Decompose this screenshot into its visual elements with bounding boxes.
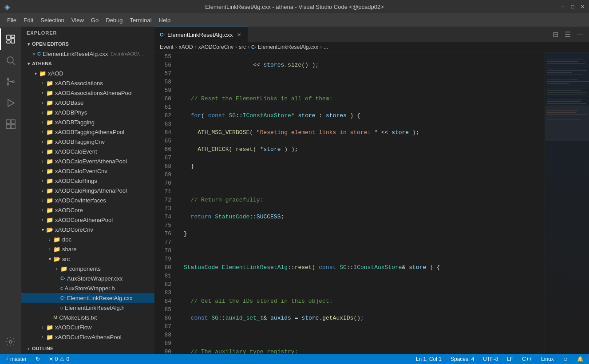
line-num: 67: [158, 154, 171, 162]
encoding-status[interactable]: UTF-8: [481, 354, 500, 364]
doc-folder[interactable]: › 📁 doc: [21, 234, 154, 244]
sidebar-scroll[interactable]: ▾ OPEN EDITORS ✕ C ElementLinkResetAlg.c…: [21, 39, 154, 354]
svg-rect-17: [547, 61, 578, 62]
breadcrumb-symbol[interactable]: ...: [324, 44, 328, 50]
bell-status[interactable]: 🔔: [575, 354, 585, 364]
language-status[interactable]: C++: [520, 354, 534, 364]
svg-rect-33: [547, 97, 576, 97]
menu-file[interactable]: File: [4, 15, 20, 25]
xaod-core-folder[interactable]: › 📁 xAODCore: [21, 205, 154, 215]
folder-label: xAODBase: [55, 99, 83, 106]
breadcrumb-filename[interactable]: ElementLinkResetAlg.cxx: [258, 44, 318, 50]
breadcrumb-event[interactable]: Event: [160, 44, 174, 50]
xaod-btagging-cnv-folder[interactable]: › 📁 xAODBTaggingCnv: [21, 137, 154, 146]
folder-icon: 📁: [46, 99, 53, 106]
split-editor-button[interactable]: ⊟: [550, 29, 561, 40]
xaod-cut-flow-folder[interactable]: › 📁 xAODCutFlow: [21, 322, 154, 332]
xaod-core-cnv-folder[interactable]: ▾ 📂 xAODCoreCnv: [21, 225, 154, 234]
menu-terminal[interactable]: Terminal: [126, 15, 155, 25]
xaod-calo-rings-pool-folder[interactable]: › 📁 xAODCaloRingsAthenaPool: [21, 186, 154, 195]
xaod-label: xAOD: [48, 70, 63, 77]
source-control-activity-icon[interactable]: [0, 71, 21, 92]
toggle-sidebar-button[interactable]: ☰: [562, 29, 573, 40]
athena-header[interactable]: ▾ ATHENA: [21, 59, 154, 68]
aux-store-wrapper-h-file[interactable]: › c AuxStoreWrapper.h: [21, 283, 154, 293]
breadcrumb-sep-3: ›: [235, 44, 237, 50]
code-line-64: return StatusCode::SUCCESS;: [184, 213, 545, 221]
code-content[interactable]: << stores.size() ); // Reset the Element…: [177, 52, 545, 354]
folder-label: xAODCore: [55, 207, 83, 214]
xaod-calo-rings-folder[interactable]: › 📁 xAODCaloRings: [21, 176, 154, 186]
line-num: 64: [158, 128, 171, 137]
xaod-calo-event-folder[interactable]: › 📁 xAODCaloEvent: [21, 146, 154, 156]
share-folder[interactable]: › 📁 share: [21, 244, 154, 254]
line-num: 62: [158, 111, 171, 120]
components-folder[interactable]: › 📁 components: [21, 264, 154, 273]
line-num: 63: [158, 120, 171, 128]
folder-icon: 📁: [46, 129, 53, 135]
xaod-cnv-interfaces-folder[interactable]: › 📁 xAODCnvInterfaces: [21, 195, 154, 205]
svg-rect-16: [547, 59, 583, 59]
xaod-calo-event-pool-folder[interactable]: › 📁 xAODCaloEventAthenaPool: [21, 156, 154, 166]
xaod-core-pool-folder[interactable]: › 📁 xAODCoreAthenaPool: [21, 215, 154, 225]
aux-store-wrapper-cxx-file[interactable]: › C· AuxStoreWrapper.cxx: [21, 273, 154, 283]
search-activity-icon[interactable]: [0, 50, 21, 71]
svg-rect-31: [547, 92, 587, 93]
maximize-button[interactable]: □: [569, 4, 576, 10]
breadcrumb-xaod[interactable]: xAOD: [179, 44, 193, 50]
tab-actions: ⊟ ☰ ···: [550, 27, 589, 42]
xaod-cut-flow-pool-folder[interactable]: › 📁 xAODCutFlowAthenaPool: [21, 332, 154, 342]
line-num: 65: [158, 137, 171, 145]
cursor-position-status[interactable]: Ln 1, Col 1: [414, 354, 443, 364]
menu-edit[interactable]: Edit: [20, 15, 37, 25]
close-button[interactable]: ✕: [579, 4, 585, 10]
notification-status[interactable]: ☺: [561, 354, 570, 364]
svg-rect-34: [547, 99, 583, 99]
cmake-lists-file[interactable]: › M CMakeLists.txt: [21, 313, 154, 322]
xaod-bphys-folder[interactable]: › 📁 xAODBPhys: [21, 107, 154, 117]
xaod-base-folder[interactable]: › 📁 xAODBase: [21, 98, 154, 107]
xaod-btagging-folder[interactable]: › 📁 xAODBTagging: [21, 117, 154, 127]
menu-help[interactable]: Help: [155, 15, 174, 25]
editor-area: C· ElementLinkResetAlg.cxx ✕ ⊟ ☰ ··· Eve…: [154, 27, 589, 354]
src-folder[interactable]: ▾ 📂 src: [21, 254, 154, 264]
open-editors-header[interactable]: ▾ OPEN EDITORS: [21, 39, 154, 49]
line-num: 55: [158, 52, 171, 61]
git-branch-status[interactable]: ⑂ master: [4, 354, 28, 364]
menu-selection[interactable]: Selection: [37, 15, 67, 25]
xaod-associations-folder[interactable]: › 📁 xAODAssociations: [21, 78, 154, 88]
xaod-assoc-pool-folder[interactable]: › 📁 xAODAssociationsAthenaPool: [21, 88, 154, 98]
element-link-reset-alg-cxx-file[interactable]: › C· ElementLinkResetAlg.cxx: [21, 293, 154, 303]
os-status[interactable]: Linux: [539, 354, 556, 364]
xaod-btagging-pool-folder[interactable]: › 📁 xAODBTaggingAthenaPool: [21, 127, 154, 137]
status-bar: ⑂ master ↻ ✕ 0 ⚠ 0 Ln 1, Col 1 Spaces: 4…: [0, 354, 589, 364]
xaod-calo-event-cnv-folder[interactable]: › 📁 xAODCaloEventCnv: [21, 166, 154, 176]
svg-rect-3: [7, 41, 10, 43]
breadcrumb-xaodcorecnv[interactable]: xAODCoreCnv: [198, 44, 233, 50]
open-file-item[interactable]: ✕ C ElementLinkResetAlg.cxx Event/xAOD/.…: [21, 49, 154, 59]
debug-activity-icon[interactable]: [0, 92, 21, 114]
element-link-reset-alg-h-file[interactable]: › c ElementLinkResetAlg.h: [21, 303, 154, 313]
line-ending-status[interactable]: LF: [505, 354, 515, 364]
menu-debug[interactable]: Debug: [102, 15, 126, 25]
warning-icon: ⚠: [59, 356, 64, 362]
explorer-activity-icon[interactable]: [0, 28, 21, 50]
line-num: 58: [158, 78, 171, 86]
errors-status[interactable]: ✕ 0 ⚠ 0: [47, 354, 71, 364]
extensions-activity-icon[interactable]: [0, 114, 21, 135]
close-file-icon[interactable]: ✕: [32, 51, 36, 56]
menu-go[interactable]: Go: [87, 15, 102, 25]
tab-close-button[interactable]: ✕: [235, 31, 242, 38]
sync-status[interactable]: ↻: [34, 354, 42, 364]
breadcrumb-src[interactable]: src: [239, 44, 246, 50]
minimize-button[interactable]: ─: [560, 4, 566, 10]
more-actions-button[interactable]: ···: [575, 29, 585, 40]
spaces-status[interactable]: Spaces: 4: [449, 354, 476, 364]
outline-header[interactable]: › OUTLINE: [21, 344, 154, 353]
line-num: 71: [158, 187, 171, 196]
menu-view[interactable]: View: [68, 15, 87, 25]
settings-activity-icon[interactable]: [0, 331, 21, 352]
xaod-folder[interactable]: ▾ 📁 xAOD: [21, 68, 154, 78]
folder-label: xAODAssociationsAthenaPool: [55, 90, 133, 96]
active-tab[interactable]: C· ElementLinkResetAlg.cxx ✕: [154, 27, 248, 42]
